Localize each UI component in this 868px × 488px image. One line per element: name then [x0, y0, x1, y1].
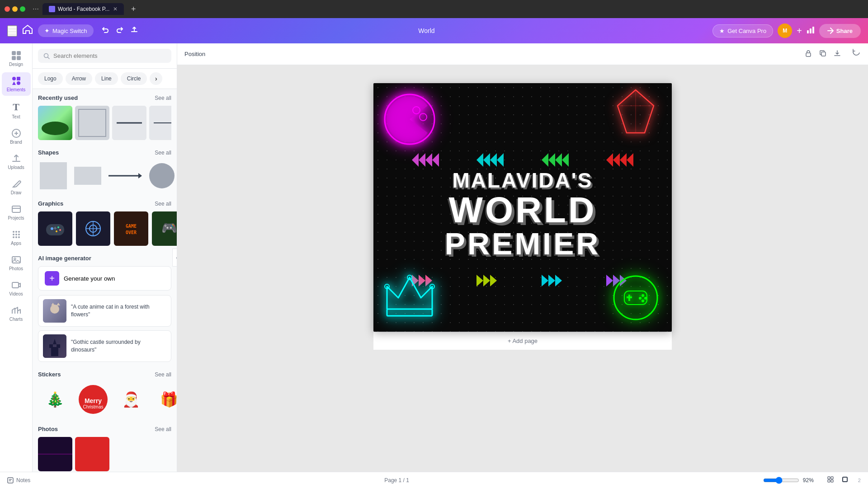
sidebar-item-videos[interactable]: Videos: [2, 277, 31, 300]
shape-circle[interactable]: [146, 160, 177, 191]
graphic-extra[interactable]: 🎮: [152, 211, 177, 246]
sticker-2[interactable]: MerryChristmas: [76, 382, 110, 417]
menu-button[interactable]: [7, 25, 17, 37]
user-avatar[interactable]: M: [778, 23, 792, 38]
graphics-title: Graphics: [38, 200, 63, 207]
grid-view-button[interactable]: [825, 475, 836, 485]
ai-generate-button[interactable]: + Generate your own: [38, 266, 171, 291]
graphics-see-all[interactable]: See all: [155, 201, 171, 207]
sidebar-item-charts[interactable]: Charts: [2, 302, 31, 325]
filter-arrow[interactable]: Arrow: [66, 72, 92, 85]
search-input[interactable]: [53, 52, 166, 59]
sidebar-item-brand[interactable]: Brand: [2, 125, 31, 148]
refresh-button[interactable]: [852, 48, 861, 60]
shape-square[interactable]: [38, 160, 69, 191]
filter-logo[interactable]: Logo: [38, 72, 63, 85]
svg-point-23: [15, 236, 17, 238]
minimize-dot[interactable]: [12, 6, 18, 12]
sidebar-item-projects[interactable]: Projects: [2, 201, 31, 224]
stickers-see-all[interactable]: See all: [155, 371, 171, 378]
sidebar-icons: Design Elements T Text Brand Uploads Dra…: [0, 43, 33, 472]
videos-label: Videos: [9, 291, 23, 296]
svg-point-46: [51, 227, 53, 230]
svg-rect-3: [807, 30, 809, 33]
svg-rect-127: [831, 477, 833, 479]
svg-rect-123: [8, 478, 13, 483]
photo-thumb-1[interactable]: [38, 437, 72, 471]
svg-text:OVER: OVER: [126, 230, 137, 235]
sticker-1[interactable]: 🎄: [38, 382, 72, 417]
graphic-gamepad-2[interactable]: [76, 211, 110, 246]
shape-line[interactable]: [107, 160, 143, 191]
notes-button[interactable]: Notes: [7, 477, 30, 483]
ai-example-1[interactable]: "A cute anime cat in a forest with flowe…: [38, 295, 171, 327]
uploads-label: Uploads: [8, 165, 24, 170]
photos-see-all[interactable]: See all: [155, 426, 171, 432]
home-button[interactable]: [23, 25, 33, 37]
graphic-gamepad-1[interactable]: [38, 211, 72, 246]
recent-thumb-3[interactable]: [112, 106, 146, 140]
filter-tabs-scroll-right[interactable]: ›: [150, 72, 162, 85]
single-view-button[interactable]: [839, 475, 851, 485]
svg-rect-126: [828, 477, 830, 479]
panel-collapse-handle[interactable]: ‹: [172, 249, 177, 267]
get-pro-button[interactable]: ★ Get Canva Pro: [712, 24, 773, 38]
redo-button[interactable]: [113, 24, 126, 37]
filter-circle[interactable]: Circle: [121, 72, 147, 85]
copy-button[interactable]: [817, 48, 828, 61]
filter-line[interactable]: Line: [95, 72, 118, 85]
graphic-game-over[interactable]: GAMEOVER: [114, 211, 148, 246]
recent-thumb-2[interactable]: [75, 106, 109, 140]
svg-rect-118: [627, 296, 632, 298]
text-label: Text: [12, 114, 20, 119]
sidebar-item-elements[interactable]: Elements: [2, 72, 31, 96]
add-page-bar[interactable]: + Add page: [373, 332, 672, 350]
recent-thumb-1[interactable]: [38, 106, 72, 140]
svg-point-121: [642, 300, 644, 302]
new-tab-button[interactable]: +: [127, 4, 140, 15]
sticker-4[interactable]: 🎁: [152, 382, 177, 417]
ai-generator-title: AI image generator: [38, 255, 171, 262]
svg-point-47: [57, 226, 59, 228]
magic-switch-button[interactable]: ✦ Magic Switch: [38, 24, 94, 37]
svg-rect-31: [75, 106, 109, 140]
shape-rect[interactable]: [72, 160, 103, 191]
sidebar-item-photos[interactable]: Photos: [2, 251, 31, 275]
svg-marker-90: [497, 153, 504, 167]
maximize-dot[interactable]: [20, 6, 25, 12]
photo-thumb-2[interactable]: [75, 437, 109, 471]
recent-thumb-4[interactable]: [149, 106, 171, 140]
sidebar-item-uploads[interactable]: Uploads: [2, 150, 31, 174]
recently-used-title: Recently used: [38, 94, 78, 101]
add-collaborator-button[interactable]: +: [797, 26, 802, 36]
svg-point-119: [642, 294, 644, 297]
tab-close-icon[interactable]: ✕: [113, 6, 118, 12]
sidebar-item-draw[interactable]: Draw: [2, 175, 31, 199]
close-dot[interactable]: [5, 6, 10, 12]
recently-used-see-all[interactable]: See all: [155, 95, 171, 101]
shapes-section: Shapes See all: [38, 149, 171, 191]
sidebar-item-design[interactable]: Design: [2, 47, 31, 70]
search-box[interactable]: [38, 49, 171, 63]
export-button[interactable]: [832, 48, 843, 61]
shapes-see-all[interactable]: See all: [155, 150, 171, 156]
ai-example-2[interactable]: "Gothic castle surrounded by dinosaurs": [38, 330, 171, 362]
active-browser-tab[interactable]: World - Facebook P... ✕: [42, 3, 124, 15]
save-button[interactable]: [128, 24, 141, 37]
analytics-button[interactable]: [807, 26, 815, 36]
lock-button[interactable]: [803, 48, 814, 61]
zoom-slider[interactable]: [763, 477, 799, 484]
sidebar-item-text[interactable]: T Text: [2, 98, 31, 123]
canvas-scroll[interactable]: MALAVIDA'S WORLD PREMIER: [177, 65, 868, 472]
undo-button[interactable]: [99, 24, 112, 37]
photos-header: Photos See all: [38, 426, 171, 432]
arrows-top-row: [410, 151, 636, 169]
tab-favicon: [49, 6, 55, 12]
design-canvas[interactable]: MALAVIDA'S WORLD PREMIER: [373, 83, 672, 332]
share-button[interactable]: Share: [819, 24, 861, 38]
sidebar-item-apps[interactable]: Apps: [2, 226, 31, 249]
design-label: Design: [9, 62, 23, 67]
sticker-3[interactable]: 🎅: [114, 382, 148, 417]
elements-panel: Logo Arrow Line Circle › Recently used S…: [33, 43, 177, 472]
shapes-header: Shapes See all: [38, 149, 171, 156]
